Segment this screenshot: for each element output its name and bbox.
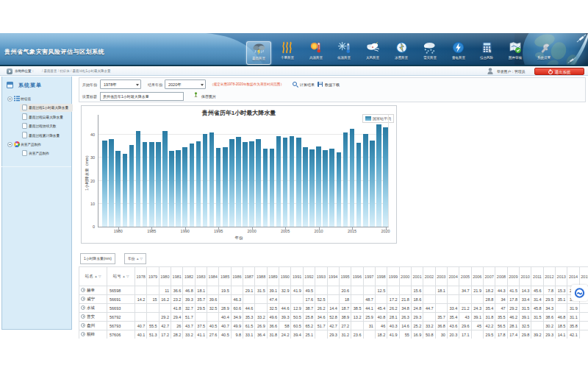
toolbar-item-wind[interactable]: 大风普查 — [360, 41, 385, 65]
year-sort-box[interactable]: 年份 ▲ ▽ — [124, 253, 146, 264]
column-header-1999[interactable]: 1999 — [387, 267, 399, 286]
bar-2007[interactable] — [296, 138, 301, 227]
bar-2014[interactable] — [343, 132, 348, 227]
bar-2013[interactable] — [337, 152, 342, 227]
bar-1999[interactable] — [243, 142, 248, 227]
breadcrumb-item[interactable]: 暴雨过程1小时最大降水量 — [73, 69, 111, 73]
bar-2000[interactable] — [249, 141, 254, 227]
column-header-1998[interactable]: 1998 — [375, 267, 387, 286]
column-header-1981[interactable]: 1981 — [171, 267, 183, 286]
column-header-1990[interactable]: 1990 — [279, 267, 291, 286]
calculate-button[interactable]: 计算结果 — [300, 82, 315, 87]
column-header-1995[interactable]: 1995 — [339, 267, 351, 286]
bar-2003[interactable] — [270, 149, 275, 227]
bar-1985[interactable] — [149, 142, 154, 227]
bar-2001[interactable] — [256, 139, 261, 227]
sidebar-item[interactable]: 暴雨过程日最大降水量 — [2, 113, 73, 121]
column-header-2004[interactable]: 2004 — [447, 267, 459, 286]
collapse-icon[interactable] — [7, 142, 12, 147]
column-header-2006[interactable]: 2006 — [471, 267, 483, 286]
column-header-1993[interactable]: 1993 — [315, 267, 327, 286]
collapse-icon[interactable] — [7, 96, 12, 102]
bar-2018[interactable] — [370, 141, 375, 227]
bar-1986[interactable] — [156, 142, 161, 227]
bar-1983[interactable] — [136, 131, 141, 227]
sort-filter-icons[interactable]: ▲ ▽ — [122, 275, 129, 278]
bar-2015[interactable] — [350, 129, 355, 227]
column-header-2000[interactable]: 2000 — [399, 267, 411, 286]
column-header-2011[interactable]: 2011 — [531, 267, 543, 286]
toolbar-item-drought[interactable]: 干旱普查 — [275, 41, 300, 65]
sidebar-item[interactable]: 暴雨过程持续天数 — [2, 121, 73, 130]
column-header-2012[interactable]: 2012 — [543, 267, 555, 286]
column-header-2013[interactable]: 2013 — [556, 267, 567, 286]
column-header-1985[interactable]: 1985 — [219, 267, 231, 286]
sidebar-group-0[interactable]: 特征值 — [2, 94, 73, 103]
bar-1998[interactable] — [236, 137, 241, 227]
download-button[interactable]: 数据下载 — [325, 82, 340, 87]
expand-icon[interactable] — [81, 314, 85, 319]
bar-1979[interactable] — [109, 139, 114, 227]
start-year-select[interactable]: 1978年 — [100, 79, 141, 89]
bar-2006[interactable] — [290, 136, 295, 227]
toolbar-item-rainstorm[interactable]: 暴雨普查 — [246, 41, 271, 65]
column-header-1984[interactable]: 1984 — [207, 267, 219, 286]
column-header-1987[interactable]: 1987 — [243, 267, 255, 286]
toolbar-item-hail[interactable]: 冰雹普查 — [389, 41, 414, 65]
column-header-1994[interactable]: 1994 — [327, 267, 339, 286]
toolbar-item-mapreview[interactable]: 图件审核 — [503, 41, 528, 65]
expand-icon[interactable] — [81, 332, 85, 336]
bar-1991[interactable] — [190, 144, 195, 227]
column-header-1983[interactable]: 1983 — [195, 267, 207, 286]
bar-2002[interactable] — [263, 149, 268, 227]
column-header-1978[interactable]: 1978 — [135, 267, 147, 286]
bar-1989[interactable] — [176, 150, 181, 227]
toolbar-item-heat[interactable]: 高温普查 — [304, 41, 329, 65]
bar-2005[interactable] — [283, 138, 288, 227]
bar-2008[interactable] — [303, 147, 308, 227]
bar-2004[interactable] — [276, 136, 282, 227]
bar-1981[interactable] — [123, 154, 128, 227]
column-header-1986[interactable]: 1986 — [231, 267, 243, 286]
column-header-2007[interactable]: 2007 — [483, 267, 495, 286]
column-header-2009[interactable]: 2009 — [507, 267, 519, 286]
bar-1982[interactable] — [129, 145, 135, 227]
sort-filter-icons[interactable]: ▲ ▽ — [94, 275, 101, 278]
bar-1990[interactable] — [182, 147, 187, 227]
station-name[interactable]: 桐梓 — [79, 330, 107, 339]
column-header-2005[interactable]: 2005 — [459, 267, 471, 286]
station-name[interactable]: 普安 — [79, 313, 107, 322]
logout-button[interactable]: 退出系统 — [534, 68, 584, 76]
expand-icon[interactable] — [81, 305, 85, 310]
toolbar-item-lightning[interactable]: 雷电普查 — [446, 41, 471, 65]
station-name[interactable]: 威宁 — [79, 295, 107, 304]
bar-2016[interactable] — [356, 143, 362, 227]
column-header-id[interactable]: 站号 ▲ ▽ — [107, 267, 135, 286]
breadcrumb-item[interactable]: 特征值 — [60, 69, 70, 73]
bar-2011[interactable] — [323, 150, 328, 227]
bar-2009[interactable] — [309, 149, 315, 227]
expand-icon[interactable] — [81, 323, 85, 328]
column-header-1992[interactable]: 1992 — [303, 267, 315, 286]
bar-2017[interactable] — [363, 134, 368, 227]
toolbar-item-snow[interactable]: 雪灾普查 — [417, 41, 442, 65]
toolbar-item-risk[interactable]: 综合风险 — [474, 41, 499, 65]
column-header-2010[interactable]: 2010 — [520, 267, 531, 286]
column-header-1988[interactable]: 1988 — [255, 267, 267, 286]
column-header-1989[interactable]: 1989 — [267, 267, 279, 286]
floating-widget[interactable] — [571, 285, 588, 301]
column-header-2003[interactable]: 2003 — [435, 267, 447, 286]
sidebar-item[interactable]: 暴雨过程累计降水量 — [2, 131, 73, 140]
column-header-2015[interactable]: 2015 — [579, 267, 588, 286]
bar-1988[interactable] — [169, 151, 174, 227]
column-header-1997[interactable]: 1997 — [363, 267, 375, 286]
column-header-2001[interactable]: 2001 — [411, 267, 423, 286]
bar-1984[interactable] — [143, 142, 148, 227]
sidebar-item[interactable]: 暴雨过程1小时最大降水量 — [2, 103, 73, 112]
bar-2012[interactable] — [329, 149, 334, 227]
column-header-name[interactable]: 站名 ▲ ▽ — [79, 267, 107, 286]
bar-1995[interactable] — [216, 148, 221, 227]
bar-1978[interactable] — [102, 141, 107, 227]
column-header-2014[interactable]: 2014 — [567, 267, 579, 286]
expand-icon[interactable] — [81, 297, 85, 301]
